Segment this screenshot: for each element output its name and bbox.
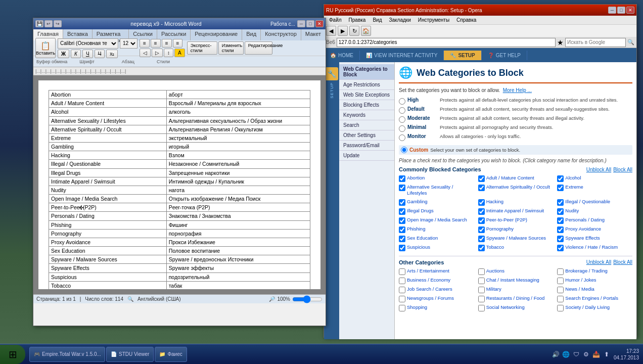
cat-checkbox[interactable]	[557, 296, 564, 302]
cat-checkbox[interactable]	[399, 296, 405, 302]
cat-label[interactable]: Sex Education	[407, 235, 438, 241]
radio-high-input[interactable]	[399, 98, 405, 105]
other-block-all-link[interactable]: Block All	[613, 259, 632, 265]
sidebar-item-keywords[interactable]: Keywords	[339, 110, 394, 120]
tray-icon-3[interactable]: 🛡	[572, 350, 580, 358]
sidebar-item-search[interactable]: Search	[339, 120, 394, 130]
style-change-btn[interactable]: Изменить стили	[218, 41, 244, 55]
tab-layout[interactable]: Макет	[301, 29, 326, 40]
tab-home[interactable]: 🏠 HOME	[324, 51, 360, 60]
cat-label[interactable]: Pornography	[486, 226, 514, 232]
underline-btn[interactable]: Ч	[82, 50, 93, 58]
cat-checkbox[interactable]	[399, 175, 405, 182]
cat-label[interactable]: Business / Economy	[407, 277, 450, 283]
word-close-btn[interactable]: ✕	[315, 20, 324, 27]
cat-checkbox[interactable]	[399, 287, 405, 293]
cat-label[interactable]: Proxy Avoidance	[565, 226, 601, 232]
cat-label[interactable]: Chat / Instant Messaging	[486, 277, 539, 283]
search-btn[interactable]: 🔍	[627, 39, 634, 46]
more-help-link[interactable]: More Help ...	[503, 87, 532, 93]
reload-btn[interactable]: ↻	[349, 26, 359, 36]
radio-custom-input[interactable]	[401, 147, 407, 153]
subscript-btn[interactable]: х₂	[106, 50, 118, 58]
cat-checkbox[interactable]	[557, 268, 564, 275]
taskbar-item-empire[interactable]: 🎮 Empire.Total War.v 1.5.0...	[29, 347, 105, 362]
radio-monitor-input[interactable]	[399, 134, 405, 141]
tab-setup[interactable]: 🔧 SETUP	[444, 51, 481, 60]
menu-file[interactable]: Файл	[326, 17, 345, 23]
tab-get-help[interactable]: ❓ GET HELP	[482, 51, 527, 60]
font-name-selector[interactable]: Calibri (Основная те	[58, 38, 118, 49]
menu-edit[interactable]: Правка	[346, 17, 369, 23]
start-button[interactable]: ⊞	[0, 345, 25, 364]
cat-label[interactable]: Newsgroups / Forums	[407, 295, 454, 301]
sidebar-item-other-settings[interactable]: Other Settings	[339, 130, 394, 141]
tab-constructor[interactable]: Конструктор	[261, 29, 301, 40]
cat-checkbox[interactable]	[478, 185, 485, 191]
tab-view-activity[interactable]: 📊 VIEW INTERNET ACTIVITY	[360, 51, 444, 60]
edit-btn[interactable]: Редактирование	[245, 41, 272, 55]
back-btn[interactable]: ◀	[326, 26, 336, 36]
cat-checkbox[interactable]	[557, 278, 564, 284]
cat-checkbox[interactable]	[478, 287, 485, 293]
cat-checkbox[interactable]	[478, 199, 485, 206]
cat-checkbox[interactable]	[399, 185, 405, 191]
tray-icon-1[interactable]: 🔊	[552, 350, 560, 358]
style-normal-btn[interactable]: Экспресс-стили	[187, 41, 217, 55]
sidebar-item-blocking-effects[interactable]: Blocking Effects	[339, 100, 394, 110]
cat-label[interactable]: Abortion	[407, 175, 425, 181]
align-center-btn[interactable]: ≡	[151, 39, 161, 48]
cat-label[interactable]: Nudity	[565, 208, 579, 214]
cat-checkbox[interactable]	[557, 287, 564, 293]
cat-label[interactable]: Brokerage / Trading	[565, 268, 607, 274]
cat-checkbox[interactable]	[557, 199, 564, 206]
cat-label[interactable]: Tobacco	[486, 244, 504, 250]
cat-label[interactable]: Military	[486, 286, 501, 292]
cat-label[interactable]: Job Search / Careers	[407, 286, 452, 292]
cat-label[interactable]: Peer-to-Peer (P2P)	[486, 217, 527, 223]
menu-help[interactable]: Справка	[453, 17, 479, 23]
sidebar-item-age-restrictions[interactable]: Age Restrictions	[339, 80, 394, 90]
cat-checkbox[interactable]	[399, 236, 405, 242]
forward-btn[interactable]: ▶	[338, 26, 348, 36]
unblock-all-link[interactable]: Unblock All	[586, 167, 611, 172]
cat-label[interactable]: Auctions	[486, 268, 504, 274]
cat-checkbox[interactable]	[478, 296, 485, 302]
cat-checkbox[interactable]	[557, 185, 564, 191]
cat-label[interactable]: Society / Daily Living	[565, 304, 610, 310]
cat-label[interactable]: Illegal Drugs	[407, 208, 434, 214]
cat-checkbox[interactable]	[478, 175, 485, 182]
align-right-btn[interactable]: ≡	[162, 39, 172, 48]
cat-label[interactable]: Social Networking	[486, 304, 525, 310]
cat-label[interactable]: Alternative Spirituality / Occult	[486, 184, 550, 190]
sidebar-item-password[interactable]: Password/Email	[339, 141, 394, 151]
word-undo-btn[interactable]: ↩	[44, 20, 53, 27]
cat-label[interactable]: Adult / Mature Content	[486, 175, 534, 181]
taskbar-item-stdu[interactable]: 📄 STDU Viewer	[106, 347, 154, 362]
address-input[interactable]	[337, 38, 556, 47]
cat-label[interactable]: Spyware Effects	[565, 235, 600, 241]
cat-label[interactable]: Arts / Entertainment	[407, 268, 449, 274]
indent-increase-btn[interactable]: ▷	[152, 49, 163, 57]
cat-label[interactable]: News / Media	[565, 286, 594, 292]
cat-checkbox[interactable]	[399, 268, 405, 275]
cat-checkbox[interactable]	[399, 278, 405, 284]
cat-checkbox[interactable]	[399, 245, 405, 251]
cat-label[interactable]: Violence / Hate / Racism	[565, 244, 618, 250]
cat-label[interactable]: Suspicious	[407, 244, 430, 250]
word-save-btn[interactable]: 💾	[35, 20, 43, 27]
word-redo-btn[interactable]: ↪	[54, 20, 62, 27]
shading-btn[interactable]: A	[174, 49, 185, 57]
align-left-btn[interactable]: ≡	[140, 39, 150, 48]
tray-icon-2[interactable]: 🌐	[562, 350, 570, 358]
cat-label[interactable]: Phishing	[407, 226, 425, 232]
cat-checkbox[interactable]	[399, 305, 405, 311]
cat-checkbox[interactable]	[478, 245, 485, 251]
tray-icon-4[interactable]: ⚙	[582, 350, 590, 358]
block-all-link[interactable]: Block All	[613, 167, 632, 172]
radio-default-input[interactable]	[399, 107, 405, 114]
opera-maximize-btn[interactable]: □	[617, 7, 625, 14]
sidebar-item-site-exceptions[interactable]: Web Site Exceptions	[339, 90, 394, 100]
cat-checkbox[interactable]	[478, 268, 485, 275]
strikethrough-btn[interactable]: Ч	[95, 50, 105, 58]
